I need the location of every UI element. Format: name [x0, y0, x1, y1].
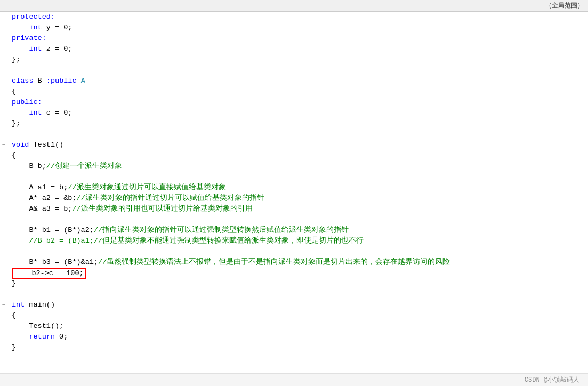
table-row: protected: — [12, 12, 588, 22]
fold-marker — [0, 214, 7, 225]
fold-marker — [0, 289, 7, 300]
fold-gutter: −−−− — [0, 12, 7, 373]
top-bar: （全局范围） — [0, 0, 588, 12]
fold-marker — [0, 22, 7, 33]
fold-marker — [0, 342, 7, 353]
table-row — [12, 65, 588, 76]
fold-marker — [0, 118, 7, 129]
table-row: b2->c = 100; — [12, 268, 588, 278]
table-row — [12, 289, 588, 300]
table-row: return 0; — [12, 332, 588, 342]
table-row — [12, 246, 588, 257]
fold-marker[interactable]: − — [0, 225, 7, 236]
table-row: B* b1 = (B*)a2;//指向派生类对象的指针可以通过强制类型转换然后赋… — [12, 225, 588, 236]
fold-marker — [0, 310, 7, 321]
table-row: class B :public A — [12, 76, 588, 86]
fold-marker — [0, 193, 7, 204]
scope-label: （全局范围） — [545, 1, 584, 10]
fold-marker — [0, 332, 7, 342]
fold-marker — [0, 172, 7, 182]
fold-marker — [0, 129, 7, 140]
fold-marker — [0, 150, 7, 161]
table-row: int main() — [12, 300, 588, 310]
fold-marker — [0, 204, 7, 214]
fold-marker — [0, 161, 7, 172]
table-row: int c = 0; — [12, 108, 588, 118]
table-row: A& a3 = b;//派生类对象的引用也可以通过切片给基类对象的引用 — [12, 204, 588, 214]
fold-marker — [0, 278, 7, 289]
code-area: （全局范围） −−−− protected: int y = 0;private… — [0, 0, 588, 373]
table-row: { — [12, 310, 588, 321]
fold-marker — [0, 33, 7, 44]
table-row: public: — [12, 97, 588, 108]
author-label: CSDN @小镇敲码人 — [525, 375, 579, 384]
table-row: int y = 0; — [12, 22, 588, 33]
fold-marker — [0, 44, 7, 54]
code-lines: protected: int y = 0;private: int z = 0;… — [7, 12, 588, 373]
fold-marker — [0, 12, 7, 22]
fold-marker[interactable]: − — [0, 300, 7, 310]
table-row — [12, 129, 588, 140]
table-row — [12, 214, 588, 225]
fold-marker — [0, 86, 7, 97]
table-row: }; — [12, 54, 588, 65]
bottom-bar: CSDN @小镇敲码人 — [0, 373, 588, 386]
highlight-box: b2->c = 100; — [12, 268, 86, 279]
fold-marker — [0, 321, 7, 332]
table-row: } — [12, 342, 588, 353]
table-row: private: — [12, 33, 588, 44]
fold-marker[interactable]: − — [0, 76, 7, 86]
table-row: Test1(); — [12, 321, 588, 332]
fold-marker[interactable]: − — [0, 140, 7, 150]
fold-marker — [0, 182, 7, 193]
fold-marker — [0, 54, 7, 65]
table-row — [12, 172, 588, 182]
fold-marker — [0, 268, 7, 278]
table-row: { — [12, 86, 588, 97]
fold-marker — [0, 236, 7, 246]
fold-marker — [0, 65, 7, 76]
table-row: B* b3 = (B*)&a1;//虽然强制类型转换语法上不报错，但是由于不是指… — [12, 257, 588, 268]
table-row: A* a2 = &b;//派生类对象的指针通过切片可以赋值给基类对象的指针 — [12, 193, 588, 204]
table-row: }; — [12, 118, 588, 129]
table-row: int z = 0; — [12, 44, 588, 54]
fold-marker — [0, 97, 7, 108]
table-row: } — [12, 278, 588, 289]
table-row: { — [12, 150, 588, 161]
table-row: B b;//创建一个派生类对象 — [12, 161, 588, 172]
fold-marker — [0, 246, 7, 257]
fold-marker — [0, 257, 7, 268]
table-row: //B b2 = (B)a1;//但是基类对象不能通过强制类型转换来赋值给派生类… — [12, 236, 588, 246]
table-row: A a1 = b;//派生类对象通过切片可以直接赋值给基类对象 — [12, 182, 588, 193]
table-row: void Test1() — [12, 140, 588, 150]
code-container: −−−− protected: int y = 0;private: int z… — [0, 12, 588, 373]
fold-marker — [0, 108, 7, 118]
